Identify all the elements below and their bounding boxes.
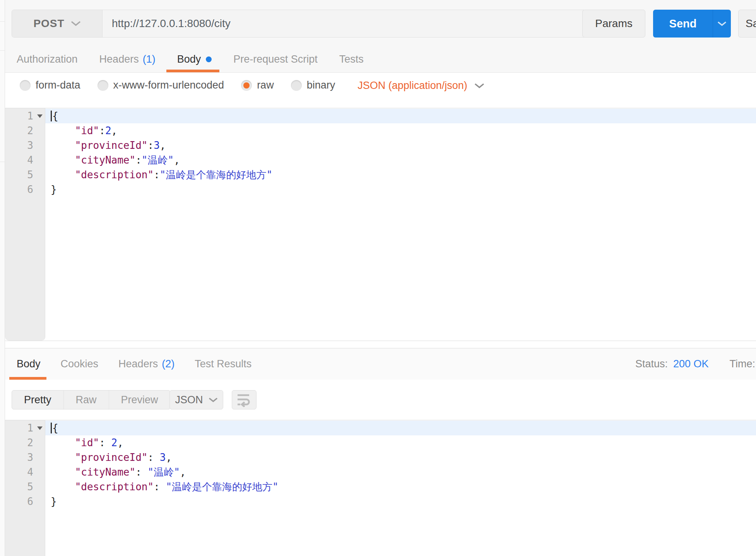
tab-test-results[interactable]: Test Results bbox=[195, 348, 251, 380]
line-number: 3 bbox=[5, 138, 45, 153]
view-pretty[interactable]: Pretty bbox=[12, 391, 64, 409]
line-number: 5 bbox=[5, 479, 45, 494]
body-mode-row: form-data x-www-form-urlencoded raw bina… bbox=[5, 73, 756, 108]
fold-arrow-icon[interactable] bbox=[37, 426, 43, 430]
code-line[interactable]: "description": "温岭是个靠海的好地方" bbox=[45, 479, 756, 494]
response-view-switch: Pretty Raw Preview bbox=[12, 390, 171, 409]
line-number: 6 bbox=[5, 494, 45, 509]
code-line[interactable]: { bbox=[45, 109, 756, 123]
code-line[interactable]: "provinceId":3, bbox=[45, 138, 756, 153]
request-body-editor[interactable]: 123456 { "id":2, "provinceId":3, "cityNa… bbox=[5, 108, 756, 341]
unsaved-dot-icon bbox=[206, 56, 212, 62]
mode-urlencoded[interactable]: x-www-form-urlencoded bbox=[97, 79, 224, 91]
response-body-viewer[interactable]: 123456 { "id": 2, "provinceId": 3, "city… bbox=[5, 420, 756, 556]
time-label: Time: bbox=[730, 358, 756, 370]
line-number: 1 bbox=[5, 109, 45, 123]
response-status-row: Status: 200 OK Time: bbox=[635, 348, 755, 380]
response-toolbar: Pretty Raw Preview JSON bbox=[5, 380, 756, 420]
line-number: 4 bbox=[5, 153, 45, 167]
radio-selected-icon[interactable] bbox=[241, 80, 252, 91]
code-line[interactable]: "description":"温岭是个靠海的好地方" bbox=[45, 167, 756, 182]
request-tabs: Authorization Headers(1) Body Pre-reques… bbox=[12, 46, 364, 72]
editor-gutter: 123456 bbox=[5, 420, 45, 556]
line-number: 2 bbox=[5, 435, 45, 450]
tab-authorization[interactable]: Authorization bbox=[17, 46, 78, 72]
status-label: Status: bbox=[635, 358, 668, 370]
view-raw[interactable]: Raw bbox=[64, 391, 109, 409]
radio-icon[interactable] bbox=[20, 80, 31, 91]
tab-tests[interactable]: Tests bbox=[339, 46, 364, 72]
tab-pre-request-script[interactable]: Pre-request Script bbox=[233, 46, 318, 72]
chevron-down-icon bbox=[717, 21, 727, 26]
content-type-dropdown[interactable]: JSON (application/json) bbox=[357, 79, 484, 92]
radio-icon[interactable] bbox=[97, 80, 108, 91]
line-number: 4 bbox=[5, 465, 45, 479]
url-bar: POST http://127.0.0.1:8080/city bbox=[12, 10, 585, 38]
editor-gutter: 123456 bbox=[5, 108, 45, 341]
code-line[interactable]: "provinceId": 3, bbox=[45, 450, 756, 465]
chevron-down-icon bbox=[209, 397, 218, 403]
line-number: 5 bbox=[5, 167, 45, 182]
method-dropdown[interactable]: POST bbox=[12, 10, 103, 37]
wrap-lines-button[interactable] bbox=[232, 390, 257, 409]
status-value[interactable]: 200 OK bbox=[673, 358, 709, 370]
chevron-down-icon bbox=[71, 21, 81, 26]
line-number: 1 bbox=[5, 421, 45, 435]
chevron-down-icon bbox=[474, 83, 484, 89]
code-line[interactable]: "id": 2, bbox=[45, 435, 756, 450]
sidebar-edge-divider bbox=[0, 50, 5, 51]
line-number: 2 bbox=[5, 123, 45, 138]
code-line[interactable]: } bbox=[45, 494, 756, 509]
mode-binary[interactable]: binary bbox=[291, 79, 335, 91]
mode-form-data[interactable]: form-data bbox=[20, 79, 80, 91]
send-button[interactable]: Send bbox=[653, 10, 731, 38]
sidebar-edge bbox=[0, 0, 5, 556]
sidebar-edge-divider bbox=[0, 21, 5, 22]
code-line[interactable]: } bbox=[45, 182, 756, 197]
send-button-label[interactable]: Send bbox=[653, 10, 713, 38]
line-number: 6 bbox=[5, 182, 45, 197]
code-line[interactable]: { bbox=[45, 421, 756, 435]
fold-arrow-icon[interactable] bbox=[37, 114, 43, 118]
tab-response-headers[interactable]: Headers(2) bbox=[118, 348, 174, 380]
code-line[interactable]: "cityName":"温岭", bbox=[45, 153, 756, 167]
postman-window: POST http://127.0.0.1:8080/city Params S… bbox=[0, 0, 756, 556]
tab-body[interactable]: Body bbox=[177, 46, 212, 72]
view-preview[interactable]: Preview bbox=[109, 391, 170, 409]
code-line[interactable]: "cityName": "温岭", bbox=[45, 465, 756, 479]
radio-icon[interactable] bbox=[291, 80, 302, 91]
params-button[interactable]: Params bbox=[582, 10, 645, 38]
url-input[interactable]: http://127.0.0.1:8080/city bbox=[103, 10, 585, 37]
send-options-caret[interactable] bbox=[713, 10, 731, 38]
word-wrap-icon bbox=[236, 392, 252, 407]
response-format-dropdown[interactable]: JSON bbox=[169, 390, 223, 409]
tab-response-body[interactable]: Body bbox=[17, 348, 41, 380]
tab-headers[interactable]: Headers(1) bbox=[99, 46, 156, 72]
response-tabs: Body Cookies Headers(2) Test Results bbox=[17, 348, 251, 380]
response-header: Body Cookies Headers(2) Test Results Sta… bbox=[5, 348, 756, 380]
headers-count-badge: (2) bbox=[162, 358, 174, 370]
text-cursor bbox=[51, 111, 52, 121]
save-button[interactable]: Sa bbox=[738, 10, 756, 38]
editor-code-area[interactable]: { "id": 2, "provinceId": 3, "cityName": … bbox=[45, 420, 756, 556]
tab-response-cookies[interactable]: Cookies bbox=[61, 348, 99, 380]
code-line[interactable]: "id":2, bbox=[45, 123, 756, 138]
mode-raw[interactable]: raw bbox=[241, 79, 274, 91]
method-label: POST bbox=[33, 17, 64, 30]
headers-count-badge: (1) bbox=[143, 53, 156, 65]
request-header: POST http://127.0.0.1:8080/city Params S… bbox=[5, 0, 756, 73]
editor-code-area[interactable]: { "id":2, "provinceId":3, "cityName":"温岭… bbox=[45, 108, 756, 341]
line-number: 3 bbox=[5, 450, 45, 465]
sidebar-edge-divider bbox=[0, 162, 5, 162]
text-cursor bbox=[51, 423, 52, 433]
